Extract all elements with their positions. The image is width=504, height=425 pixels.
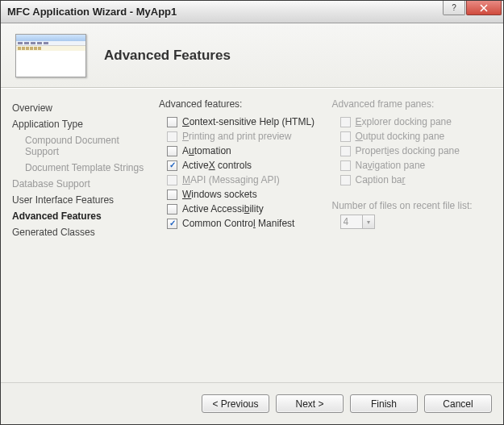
checkbox-icon	[340, 146, 351, 156]
chk-label: Windows sockets	[182, 189, 257, 200]
page-title: Advanced Features	[104, 48, 231, 64]
finish-button[interactable]: Finish	[350, 394, 418, 413]
cancel-button[interactable]: Cancel	[424, 394, 492, 413]
chk-label: Properties docking pane	[356, 145, 460, 156]
checkbox-icon	[340, 131, 351, 142]
chk-common-control-manifest[interactable]: Common Control Manifest	[159, 216, 324, 231]
checkbox-icon[interactable]	[167, 190, 177, 200]
window-title: MFC Application Wizard - MyApp1	[7, 6, 442, 18]
footer: < Previous Next > Finish Cancel	[1, 382, 503, 424]
chk-label: Context-sensitive Help (HTML)	[182, 116, 314, 127]
chk-output-docking-pane: Output docking pane	[332, 129, 498, 144]
chk-label: Printing and print preview	[182, 131, 291, 142]
recent-files-label: Number of files on recent file list:	[332, 200, 498, 211]
checkbox-icon	[167, 175, 177, 185]
advanced-features-col: Advanced features: Context-sensitive Hel…	[159, 98, 324, 382]
window-buttons: ?	[442, 1, 503, 23]
help-button[interactable]: ?	[443, 1, 465, 15]
chevron-down-icon: ▾	[363, 215, 375, 229]
chk-automation[interactable]: Automation	[159, 144, 324, 158]
checkbox-icon	[340, 117, 351, 127]
chk-windows-sockets[interactable]: Windows sockets	[159, 187, 324, 202]
chk-explorer-docking-pane: Explorer docking pane	[332, 115, 498, 129]
chk-label: Caption bar	[356, 174, 406, 185]
nav-advanced-features[interactable]: Advanced Features	[10, 208, 151, 224]
nav: Overview Application Type Compound Docum…	[1, 89, 156, 382]
chk-activex-controls[interactable]: ActiveX controls	[159, 158, 324, 173]
header: Advanced Features	[1, 23, 503, 88]
nav-document-template-strings: Document Template Strings	[23, 160, 151, 176]
chk-label: ActiveX controls	[182, 160, 252, 171]
preview-thumbnail	[15, 34, 86, 77]
frame-panes-heading: Advanced frame panes:	[332, 98, 498, 110]
frame-panes-col: Advanced frame panes: Explorer docking p…	[332, 98, 498, 382]
chk-properties-docking-pane: Properties docking pane	[332, 144, 498, 158]
chk-label: Navigation pane	[356, 160, 426, 171]
chk-label: Automation	[182, 145, 231, 156]
nav-overview[interactable]: Overview	[10, 100, 151, 116]
nav-compound-document-support: Compound Document Support	[23, 132, 151, 160]
checkbox-icon	[167, 131, 177, 142]
chk-label: Explorer docking pane	[356, 116, 452, 127]
close-icon	[480, 4, 488, 12]
nav-generated-classes[interactable]: Generated Classes	[10, 224, 151, 240]
checkbox-icon[interactable]	[167, 204, 177, 215]
body: Overview Application Type Compound Docum…	[1, 88, 503, 382]
chk-active-accessibility[interactable]: Active Accessibility	[159, 202, 324, 216]
chk-label: MAPI (Messaging API)	[182, 174, 280, 185]
recent-files-input	[340, 215, 363, 229]
chk-context-sensitive-help[interactable]: Context-sensitive Help (HTML)	[159, 115, 324, 129]
checkbox-icon[interactable]	[167, 160, 177, 171]
checkbox-icon[interactable]	[167, 146, 177, 156]
next-button[interactable]: Next >	[276, 394, 344, 413]
recent-files-spinner: ▾	[340, 215, 375, 229]
chk-navigation-pane: Navigation pane	[332, 158, 498, 173]
checkbox-icon	[340, 160, 351, 171]
titlebar[interactable]: MFC Application Wizard - MyApp1 ?	[1, 1, 503, 23]
chk-label: Output docking pane	[356, 131, 445, 142]
wizard-window: MFC Application Wizard - MyApp1 ? Advanc…	[0, 0, 504, 425]
chk-mapi: MAPI (Messaging API)	[159, 173, 324, 187]
checkbox-icon[interactable]	[167, 117, 177, 127]
nav-sub-group: Compound Document Support Document Templ…	[10, 132, 151, 176]
chk-label: Common Control Manifest	[182, 218, 294, 229]
checkbox-icon	[340, 175, 351, 185]
nav-database-support: Database Support	[10, 176, 151, 192]
chk-caption-bar: Caption bar	[332, 173, 498, 187]
chk-printing-preview: Printing and print preview	[159, 129, 324, 144]
chk-label: Active Accessibility	[182, 203, 264, 215]
close-button[interactable]	[466, 1, 502, 15]
advanced-features-heading: Advanced features:	[159, 98, 324, 110]
content: Advanced features: Context-sensitive Hel…	[156, 89, 503, 382]
nav-application-type[interactable]: Application Type	[10, 116, 151, 132]
previous-button[interactable]: < Previous	[202, 394, 269, 413]
nav-user-interface-features[interactable]: User Interface Features	[10, 192, 151, 208]
checkbox-icon[interactable]	[167, 219, 177, 229]
